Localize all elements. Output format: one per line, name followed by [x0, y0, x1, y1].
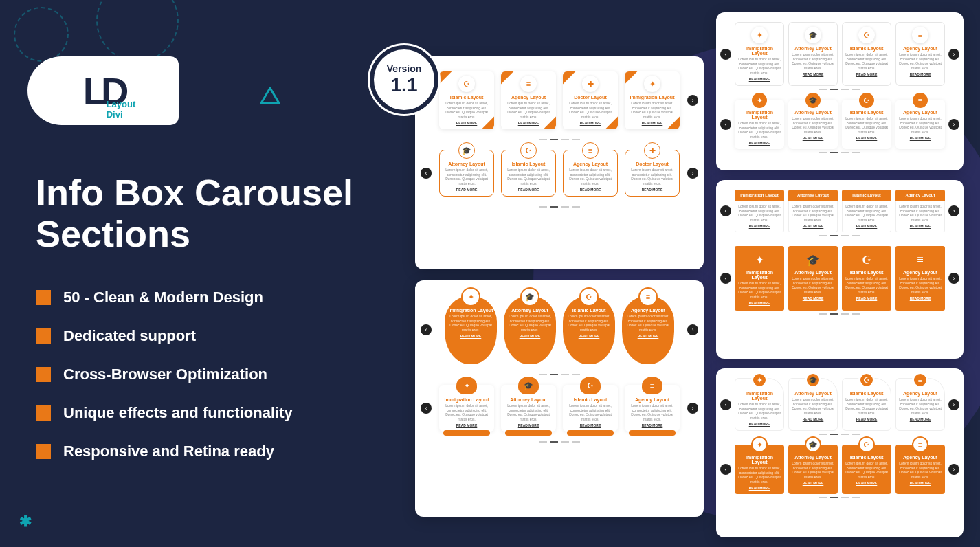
carousel-dot[interactable] [550, 206, 558, 208]
read-more-link[interactable]: READ MORE [504, 121, 553, 125]
carousel-prev-button[interactable]: ‹ [720, 399, 731, 410]
info-card[interactable]: Agency LayoutLorem ipsum dolor sit amet,… [895, 190, 945, 232]
read-more-link[interactable]: READ MORE [504, 423, 553, 427]
carousel-dot[interactable] [572, 206, 580, 208]
info-card[interactable]: ☪Islamic LayoutLorem ipsum dolor sit ame… [842, 22, 891, 86]
carousel-dot[interactable] [561, 206, 569, 208]
read-more-link[interactable]: READ MORE [625, 334, 671, 338]
read-more-link[interactable]: READ MORE [628, 188, 676, 192]
carousel-next-button[interactable]: › [687, 324, 698, 335]
info-card[interactable]: ☪Islamic LayoutLorem ipsum dolor sit ame… [842, 100, 891, 149]
carousel-dot[interactable] [819, 235, 827, 236]
carousel-dot[interactable] [819, 152, 827, 153]
carousel-dot[interactable] [841, 434, 849, 435]
info-card[interactable]: Islamic LayoutLorem ipsum dolor sit amet… [842, 190, 891, 232]
info-card[interactable]: 🎓Attorney LayoutLorem ipsum dolor sit am… [501, 385, 556, 432]
carousel-dot[interactable] [852, 89, 860, 90]
read-more-link[interactable]: READ MORE [845, 136, 889, 140]
info-card[interactable]: ✚Doctor LayoutLorem ipsum dolor sit amet… [625, 150, 680, 197]
carousel-dot[interactable] [572, 441, 580, 443]
carousel-dot[interactable] [561, 374, 569, 375]
carousel-dot[interactable] [852, 497, 860, 498]
info-card[interactable]: ✦Immigration LayoutLorem ipsum dolor sit… [735, 100, 784, 149]
carousel-next-button[interactable]: › [687, 95, 698, 106]
info-card[interactable]: ☪Islamic LayoutLorem ipsum dolor sit ame… [563, 295, 615, 364]
read-more-link[interactable]: READ MORE [898, 136, 942, 140]
read-more-link[interactable]: READ MORE [738, 77, 781, 81]
info-card[interactable]: 🎓Attorney LayoutLorem ipsum dolor sit am… [439, 150, 494, 197]
read-more-link[interactable]: READ MORE [898, 224, 942, 228]
carousel-dot[interactable] [841, 497, 849, 498]
info-card[interactable]: ✦Immigration LayoutLorem ipsum dolor sit… [445, 295, 497, 364]
info-card[interactable]: 🎓Attorney LayoutLorem ipsum dolor sit am… [504, 295, 556, 364]
carousel-prev-button[interactable]: ‹ [421, 168, 432, 179]
read-more-link[interactable]: READ MORE [845, 72, 888, 76]
carousel-prev-button[interactable]: ‹ [421, 403, 432, 414]
carousel-dot[interactable] [841, 313, 849, 315]
info-card[interactable]: ≡Agency LayoutLorem ipsum dolor sit amet… [625, 385, 680, 432]
info-card[interactable]: 🎓Attorney LayoutLorem ipsum dolor sit am… [788, 22, 838, 86]
read-more-link[interactable]: READ MORE [737, 486, 781, 490]
info-card[interactable]: ≡Agency LayoutLorem ipsum dolor sit amet… [895, 378, 945, 431]
info-card[interactable]: ≡Agency LayoutLorem ipsum dolor sit amet… [895, 100, 945, 149]
read-more-link[interactable]: READ MORE [791, 136, 835, 140]
carousel-dot[interactable] [539, 206, 547, 208]
read-more-link[interactable]: READ MORE [566, 121, 615, 125]
carousel-prev-button[interactable]: ‹ [720, 119, 731, 130]
carousel-next-button[interactable]: › [948, 49, 959, 60]
carousel-dot[interactable] [830, 152, 838, 153]
carousel-dot[interactable] [852, 235, 860, 236]
carousel-dot[interactable] [841, 235, 849, 236]
carousel-prev-button[interactable]: ‹ [720, 205, 731, 216]
carousel-dot[interactable] [830, 434, 838, 435]
info-card[interactable]: ✦Immigration LayoutLorem ipsum dolor sit… [735, 445, 784, 494]
read-more-link[interactable]: READ MORE [566, 423, 615, 427]
info-card[interactable]: ☪Islamic LayoutLorem ipsum dolor sit ame… [842, 378, 891, 431]
carousel-dot[interactable] [550, 139, 558, 140]
carousel-dot[interactable] [572, 374, 580, 375]
read-more-link[interactable]: READ MORE [792, 72, 834, 76]
info-card[interactable]: ✦Immigration LayoutLorem ipsum dolor sit… [735, 22, 784, 86]
info-card[interactable]: ✦Immigration LayoutLorem ipsum dolor sit… [439, 385, 494, 432]
info-card[interactable]: Immigration LayoutLorem ipsum dolor sit … [735, 190, 784, 232]
read-more-link[interactable]: READ MORE [443, 188, 491, 192]
info-card[interactable]: ✦Immigration LayoutLorem ipsum dolor sit… [735, 378, 784, 431]
carousel-prev-button[interactable]: ‹ [720, 273, 731, 284]
read-more-link[interactable]: READ MORE [504, 188, 553, 192]
info-card[interactable]: ≡Agency LayoutLorem ipsum dolor sit amet… [622, 295, 674, 364]
read-more-link[interactable]: READ MORE [442, 121, 491, 125]
carousel-next-button[interactable]: › [948, 205, 959, 216]
read-more-link[interactable]: READ MORE [447, 334, 494, 338]
carousel-dot[interactable] [852, 152, 860, 153]
carousel-dot[interactable] [830, 497, 838, 498]
carousel-dot[interactable] [539, 374, 547, 375]
read-more-link[interactable]: READ MORE [506, 334, 553, 338]
read-more-link[interactable]: READ MORE [442, 423, 491, 427]
read-more-link[interactable]: READ MORE [791, 481, 835, 485]
carousel-prev-button[interactable]: ‹ [720, 464, 731, 475]
info-card[interactable]: ✚Doctor LayoutLorem ipsum dolor sit amet… [563, 71, 618, 129]
info-card[interactable]: ≡Agency LayoutLorem ipsum dolor sit amet… [895, 246, 945, 311]
carousel-dot[interactable] [819, 497, 827, 498]
read-more-link[interactable]: READ MORE [627, 423, 677, 427]
carousel-dot[interactable] [852, 434, 860, 435]
read-more-link[interactable]: READ MORE [899, 72, 942, 76]
carousel-dot[interactable] [550, 441, 558, 443]
read-more-link[interactable]: READ MORE [791, 296, 835, 300]
carousel-dot[interactable] [539, 139, 547, 140]
carousel-dot[interactable] [852, 313, 860, 315]
read-more-link[interactable]: READ MORE [898, 296, 942, 300]
info-card[interactable]: ☪Islamic LayoutLorem ipsum dolor sit ame… [501, 150, 556, 197]
carousel-dot[interactable] [830, 235, 838, 236]
info-card[interactable]: ☪Islamic LayoutLorem ipsum dolor sit ame… [842, 246, 891, 311]
read-more-link[interactable]: READ MORE [899, 417, 942, 421]
carousel-next-button[interactable]: › [948, 399, 959, 410]
info-card[interactable]: 🎓Attorney LayoutLorem ipsum dolor sit am… [788, 445, 838, 494]
info-card[interactable]: ✦Immigration LayoutLorem ipsum dolor sit… [625, 71, 680, 129]
info-card[interactable]: ☪Islamic LayoutLorem ipsum dolor sit ame… [842, 445, 891, 494]
read-more-link[interactable]: READ MORE [845, 481, 889, 485]
carousel-dot[interactable] [561, 441, 569, 443]
carousel-dot[interactable] [841, 89, 849, 90]
carousel-dot[interactable] [841, 152, 849, 153]
info-card[interactable]: ≡Agency LayoutLorem ipsum dolor sit amet… [501, 71, 556, 129]
